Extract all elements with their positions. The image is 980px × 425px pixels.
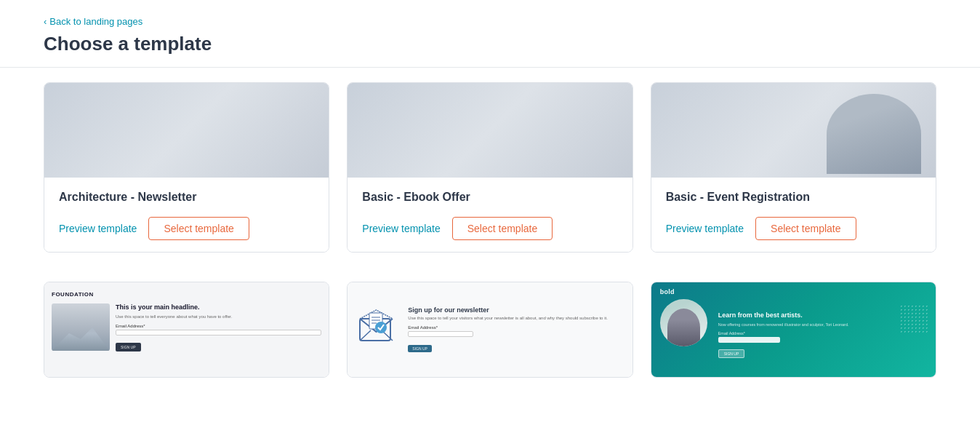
foundation-header: FOUNDATION: [52, 290, 321, 301]
select-btn-arch[interactable]: Select template: [148, 217, 249, 240]
template-card-newsletter-signup: Sign up for our newsletter Use this spac…: [347, 282, 632, 378]
bold-person-figure: [667, 309, 700, 346]
template-actions-ebook: Preview template Select template: [362, 217, 617, 240]
preview-arch: [44, 83, 329, 178]
header-area: ‹ Back to landing pages Choose a templat…: [0, 0, 980, 68]
foundation-signup-btn: SIGN UP: [116, 343, 141, 351]
template-name: Architecture - Newsletter: [59, 191, 314, 204]
preview-link-event[interactable]: Preview template: [666, 223, 744, 234]
bold-signup-btn: SIGN UP: [718, 349, 745, 358]
back-link[interactable]: ‹ Back to landing pages: [44, 16, 142, 27]
template-actions: Preview template Select template: [59, 217, 314, 240]
bold-person-area: [660, 299, 711, 372]
bold-label: bold: [660, 288, 675, 295]
template-card-foundation: FOUNDATION This is your main headline. U…: [44, 282, 329, 378]
newsletter-subtext: Use this space to tell your visitors wha…: [408, 316, 623, 322]
bold-headline: Learn from the best artists.: [718, 311, 927, 319]
foundation-headline: This is your main headline.: [116, 303, 321, 311]
foundation-email-label: Email Address*: [116, 324, 321, 328]
mountain-shape: [52, 322, 110, 351]
foundation-image-box: [52, 303, 110, 351]
template-card-event: Basic - Event Registration Preview templ…: [651, 82, 936, 253]
template-info-event: Basic - Event Registration Preview templ…: [651, 178, 936, 252]
template-info-ebook: Basic - Ebook Offer Preview template Sel…: [348, 178, 632, 252]
foundation-subtext: Use this space to tell everyone about wh…: [116, 314, 321, 320]
preview-bold: bold Learn from the best artists. Now of…: [651, 282, 936, 377]
back-chevron: ‹: [44, 16, 47, 27]
preview-newsletter-signup: Sign up for our newsletter Use this spac…: [348, 282, 632, 377]
newsletter-headline: Sign up for our newsletter: [408, 306, 623, 314]
foundation-input: [116, 330, 321, 335]
template-name-event: Basic - Event Registration: [666, 191, 921, 204]
page-container: ‹ Back to landing pages Choose a templat…: [0, 0, 980, 425]
ebook-preview-image: [348, 83, 632, 178]
event-preview-image: [651, 83, 936, 178]
templates-grid-row2: FOUNDATION This is your main headline. U…: [0, 267, 980, 392]
preview-link-ebook[interactable]: Preview template: [362, 223, 440, 234]
bold-person-circle: [660, 299, 707, 346]
select-btn-ebook[interactable]: Select template: [452, 217, 553, 240]
bold-subtext: Now offering courses from renowned illus…: [718, 322, 927, 327]
select-btn-event[interactable]: Select template: [755, 217, 856, 240]
template-card-arch-newsletter: Architecture - Newsletter Preview templa…: [44, 82, 329, 253]
newsletter-input: [408, 331, 473, 337]
foundation-text-area: This is your main headline. Use this spa…: [116, 303, 321, 351]
template-card-bold: bold Learn from the best artists. Now of…: [651, 282, 936, 378]
template-info: Architecture - Newsletter Preview templa…: [44, 178, 329, 252]
template-name-ebook: Basic - Ebook Offer: [362, 191, 617, 204]
newsletter-email-label: Email Address*: [408, 325, 623, 330]
templates-grid-row1: Architecture - Newsletter Preview templa…: [0, 68, 980, 267]
bold-email-label: Email Address*: [718, 331, 927, 335]
dot-pattern: [899, 304, 928, 333]
preview-foundation: FOUNDATION This is your main headline. U…: [44, 282, 329, 377]
envelope-icon: [356, 309, 396, 351]
preview-link-arch[interactable]: Preview template: [59, 223, 137, 234]
template-actions-event: Preview template Select template: [666, 217, 921, 240]
foundation-body: This is your main headline. Use this spa…: [52, 303, 321, 351]
person-silhouette: [827, 94, 921, 174]
preview-event: [651, 83, 936, 178]
bold-input: [718, 337, 780, 343]
arch-preview-image: [44, 83, 329, 178]
svg-line-1: [360, 330, 371, 341]
back-link-label: Back to landing pages: [49, 16, 142, 27]
newsletter-text-area: Sign up for our newsletter Use this spac…: [408, 306, 623, 353]
template-card-ebook: Basic - Ebook Offer Preview template Sel…: [347, 82, 632, 253]
preview-ebook: [348, 83, 632, 178]
bold-content: Learn from the best artists. Now offerin…: [718, 311, 927, 358]
newsletter-signup-btn: SIGN UP: [408, 345, 432, 352]
page-title: Choose a template: [44, 33, 936, 55]
